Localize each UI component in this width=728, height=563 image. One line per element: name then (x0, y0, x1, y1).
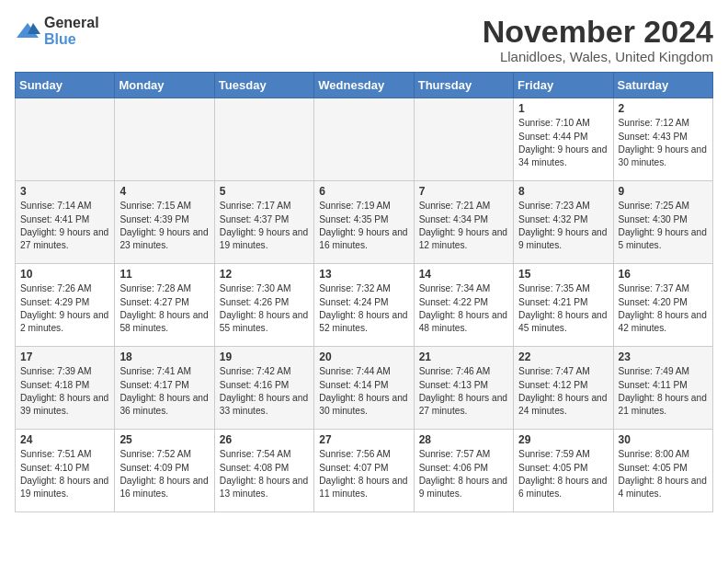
day-info: Sunrise: 7:59 AMSunset: 4:05 PMDaylight:… (518, 448, 608, 500)
logo-general: General (44, 15, 99, 30)
day-number: 10 (20, 268, 109, 281)
day-info: Sunrise: 7:12 AMSunset: 4:43 PMDaylight:… (619, 117, 708, 169)
day-number: 6 (319, 185, 408, 198)
day-number: 9 (619, 185, 708, 198)
day-number: 4 (119, 185, 209, 198)
calendar-cell: 29Sunrise: 7:59 AMSunset: 4:05 PMDayligh… (514, 430, 613, 512)
calendar-cell (314, 98, 414, 181)
day-number: 15 (518, 268, 608, 281)
calendar-cell: 2Sunrise: 7:12 AMSunset: 4:43 PMDaylight… (613, 98, 712, 181)
calendar-week-row: 24Sunrise: 7:51 AMSunset: 4:10 PMDayligh… (16, 430, 713, 512)
day-number: 28 (419, 433, 508, 446)
calendar-cell: 3Sunrise: 7:14 AMSunset: 4:41 PMDaylight… (16, 181, 115, 264)
calendar-cell: 20Sunrise: 7:44 AMSunset: 4:14 PMDayligh… (314, 347, 414, 430)
day-info: Sunrise: 7:32 AMSunset: 4:24 PMDaylight:… (319, 282, 408, 335)
day-info: Sunrise: 7:17 AMSunset: 4:37 PMDaylight:… (220, 200, 309, 252)
calendar-week-row: 17Sunrise: 7:39 AMSunset: 4:18 PMDayligh… (16, 347, 713, 430)
calendar-cell: 18Sunrise: 7:41 AMSunset: 4:17 PMDayligh… (115, 347, 214, 430)
calendar-week-row: 3Sunrise: 7:14 AMSunset: 4:41 PMDaylight… (16, 181, 713, 264)
day-info: Sunrise: 7:39 AMSunset: 4:18 PMDaylight:… (20, 365, 109, 418)
column-header-friday: Friday (514, 73, 613, 98)
calendar-cell: 7Sunrise: 7:21 AMSunset: 4:34 PMDaylight… (414, 181, 513, 264)
calendar-cell: 21Sunrise: 7:46 AMSunset: 4:13 PMDayligh… (414, 347, 513, 430)
day-number: 5 (220, 185, 309, 198)
calendar-header-row: SundayMondayTuesdayWednesdayThursdayFrid… (16, 73, 713, 98)
calendar-cell: 13Sunrise: 7:32 AMSunset: 4:24 PMDayligh… (314, 264, 414, 347)
calendar-cell: 30Sunrise: 8:00 AMSunset: 4:05 PMDayligh… (613, 430, 712, 512)
day-info: Sunrise: 7:46 AMSunset: 4:13 PMDaylight:… (419, 365, 508, 418)
day-info: Sunrise: 7:35 AMSunset: 4:21 PMDaylight:… (518, 282, 608, 335)
calendar-cell (115, 98, 214, 181)
day-info: Sunrise: 7:57 AMSunset: 4:06 PMDaylight:… (419, 448, 508, 500)
day-info: Sunrise: 7:25 AMSunset: 4:30 PMDaylight:… (619, 200, 708, 252)
calendar-cell: 23Sunrise: 7:49 AMSunset: 4:11 PMDayligh… (613, 347, 712, 430)
calendar-cell: 6Sunrise: 7:19 AMSunset: 4:35 PMDaylight… (314, 181, 414, 264)
day-info: Sunrise: 7:34 AMSunset: 4:22 PMDaylight:… (419, 282, 508, 335)
day-number: 17 (20, 350, 109, 363)
day-number: 3 (20, 185, 109, 198)
day-info: Sunrise: 8:00 AMSunset: 4:05 PMDaylight:… (619, 448, 708, 500)
calendar-cell (214, 98, 313, 181)
logo-icon (15, 21, 40, 41)
day-info: Sunrise: 7:23 AMSunset: 4:32 PMDaylight:… (518, 200, 608, 252)
calendar-cell: 22Sunrise: 7:47 AMSunset: 4:12 PMDayligh… (514, 347, 613, 430)
day-number: 22 (518, 350, 608, 363)
day-number: 23 (619, 350, 708, 363)
calendar-cell: 24Sunrise: 7:51 AMSunset: 4:10 PMDayligh… (16, 430, 115, 512)
day-info: Sunrise: 7:41 AMSunset: 4:17 PMDaylight:… (119, 365, 209, 418)
calendar-cell: 12Sunrise: 7:30 AMSunset: 4:26 PMDayligh… (214, 264, 313, 347)
day-info: Sunrise: 7:42 AMSunset: 4:16 PMDaylight:… (220, 365, 309, 418)
day-number: 27 (319, 433, 408, 446)
calendar-cell: 4Sunrise: 7:15 AMSunset: 4:39 PMDaylight… (115, 181, 214, 264)
day-info: Sunrise: 7:19 AMSunset: 4:35 PMDaylight:… (319, 200, 408, 252)
day-number: 14 (419, 268, 508, 281)
calendar-cell: 19Sunrise: 7:42 AMSunset: 4:16 PMDayligh… (214, 347, 313, 430)
logo: General Blue (15, 15, 99, 48)
day-info: Sunrise: 7:37 AMSunset: 4:20 PMDaylight:… (619, 282, 708, 335)
day-number: 25 (119, 433, 209, 446)
day-number: 7 (419, 185, 508, 198)
calendar-cell: 5Sunrise: 7:17 AMSunset: 4:37 PMDaylight… (214, 181, 313, 264)
calendar-cell: 25Sunrise: 7:52 AMSunset: 4:09 PMDayligh… (115, 430, 214, 512)
day-info: Sunrise: 7:56 AMSunset: 4:07 PMDaylight:… (319, 448, 408, 500)
day-info: Sunrise: 7:47 AMSunset: 4:12 PMDaylight:… (518, 365, 608, 418)
column-header-sunday: Sunday (16, 73, 115, 98)
day-number: 26 (220, 433, 309, 446)
day-info: Sunrise: 7:15 AMSunset: 4:39 PMDaylight:… (119, 200, 209, 252)
day-number: 11 (119, 268, 209, 281)
column-header-wednesday: Wednesday (314, 73, 414, 98)
calendar-week-row: 1Sunrise: 7:10 AMSunset: 4:44 PMDaylight… (16, 98, 713, 181)
calendar-cell: 16Sunrise: 7:37 AMSunset: 4:20 PMDayligh… (613, 264, 712, 347)
column-header-thursday: Thursday (414, 73, 513, 98)
day-info: Sunrise: 7:30 AMSunset: 4:26 PMDaylight:… (220, 282, 309, 335)
day-info: Sunrise: 7:51 AMSunset: 4:10 PMDaylight:… (20, 448, 109, 500)
day-number: 16 (619, 268, 708, 281)
header: General Blue November 2024 Llanidloes, W… (15, 15, 713, 64)
day-info: Sunrise: 7:52 AMSunset: 4:09 PMDaylight:… (119, 448, 209, 500)
calendar-cell: 1Sunrise: 7:10 AMSunset: 4:44 PMDaylight… (514, 98, 613, 181)
calendar-cell: 27Sunrise: 7:56 AMSunset: 4:07 PMDayligh… (314, 430, 414, 512)
calendar-cell: 11Sunrise: 7:28 AMSunset: 4:27 PMDayligh… (115, 264, 214, 347)
calendar-cell: 10Sunrise: 7:26 AMSunset: 4:29 PMDayligh… (16, 264, 115, 347)
calendar-cell: 15Sunrise: 7:35 AMSunset: 4:21 PMDayligh… (514, 264, 613, 347)
calendar-cell: 14Sunrise: 7:34 AMSunset: 4:22 PMDayligh… (414, 264, 513, 347)
day-number: 2 (619, 102, 708, 115)
calendar-cell: 8Sunrise: 7:23 AMSunset: 4:32 PMDaylight… (514, 181, 613, 264)
title-area: November 2024 Llanidloes, Wales, United … (483, 15, 713, 64)
page-subtitle: Llanidloes, Wales, United Kingdom (483, 49, 713, 64)
calendar-cell: 17Sunrise: 7:39 AMSunset: 4:18 PMDayligh… (16, 347, 115, 430)
day-info: Sunrise: 7:49 AMSunset: 4:11 PMDaylight:… (619, 365, 708, 418)
calendar-table: SundayMondayTuesdayWednesdayThursdayFrid… (15, 72, 713, 512)
day-info: Sunrise: 7:14 AMSunset: 4:41 PMDaylight:… (20, 200, 109, 252)
calendar-cell (414, 98, 513, 181)
day-number: 1 (518, 102, 608, 115)
day-info: Sunrise: 7:44 AMSunset: 4:14 PMDaylight:… (319, 365, 408, 418)
day-info: Sunrise: 7:28 AMSunset: 4:27 PMDaylight:… (119, 282, 209, 335)
page-title: November 2024 (483, 15, 713, 49)
day-number: 21 (419, 350, 508, 363)
day-number: 8 (518, 185, 608, 198)
day-number: 29 (518, 433, 608, 446)
calendar-cell (16, 98, 115, 181)
day-info: Sunrise: 7:54 AMSunset: 4:08 PMDaylight:… (220, 448, 309, 500)
calendar-cell: 26Sunrise: 7:54 AMSunset: 4:08 PMDayligh… (214, 430, 313, 512)
